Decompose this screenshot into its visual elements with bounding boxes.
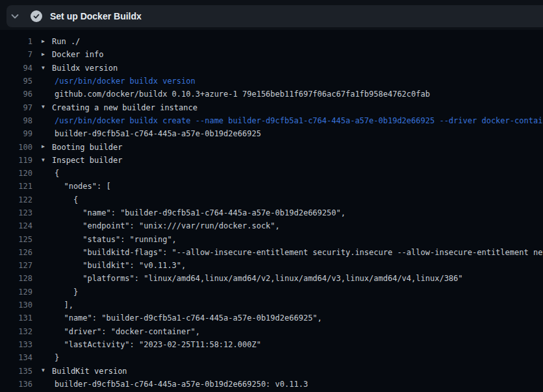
group-title-text: Creating a new builder instance — [52, 103, 197, 112]
log-line: 128 "platforms": "linux/amd64,linux/amd6… — [0, 272, 543, 285]
log-line: 95/usr/bin/docker buildx version — [0, 75, 543, 88]
line-number-link[interactable]: 127 — [0, 261, 32, 270]
triangle-down-icon[interactable]: ▼ — [32, 101, 52, 114]
line-number-link[interactable]: 122 — [0, 195, 32, 204]
line-number-link[interactable]: 124 — [0, 221, 32, 230]
log-text: { — [52, 169, 59, 178]
log-line: 134} — [0, 351, 543, 364]
line-number-link[interactable]: 132 — [0, 327, 32, 336]
log-text: "name": "builder-d9cfb5a1-c764-445a-a57e… — [52, 208, 346, 217]
line-number-link[interactable]: 130 — [0, 300, 32, 310]
line-number-link[interactable]: 133 — [0, 340, 32, 349]
line-number-link[interactable]: 95 — [0, 77, 32, 86]
log-text: "driver": "docker-container", — [52, 327, 200, 336]
log-line: 133 "lastActivity": "2023-02-25T11:58:12… — [0, 338, 543, 351]
line-number-link[interactable]: 131 — [0, 313, 32, 323]
check-circle-icon — [31, 10, 42, 22]
log-line: 136builder-d9cfb5a1-c764-445a-a57e-0b19d… — [0, 378, 543, 391]
log-group-row[interactable]: 1▶Run ./ — [0, 35, 543, 48]
line-number-link[interactable]: 97 — [0, 103, 32, 112]
line-number-link[interactable]: 100 — [0, 143, 32, 152]
log-text: /usr/bin/docker buildx create --name bui… — [52, 116, 543, 125]
triangle-right-icon[interactable]: ▶ — [32, 48, 52, 61]
line-number-link[interactable]: 120 — [0, 169, 32, 178]
line-number-link[interactable]: 136 — [0, 380, 32, 389]
log-group-row[interactable]: 135▼BuildKit version — [0, 364, 543, 377]
log-text: "status": "running", — [52, 235, 177, 244]
group-title-text: Run ./ — [52, 37, 80, 46]
log-line: 121 "nodes": [ — [0, 180, 543, 193]
triangle-down-icon[interactable]: ▼ — [32, 364, 52, 377]
log-line: 126 "buildkitd-flags": "--allow-insecure… — [0, 246, 543, 259]
group-title-text: Buildx version — [52, 64, 118, 73]
log-text: /usr/bin/docker buildx version — [52, 77, 196, 86]
log-line: 127 "buildkit": "v0.11.3", — [0, 259, 543, 272]
log-line: 123 "name": "builder-d9cfb5a1-c764-445a-… — [0, 206, 543, 219]
line-number-link[interactable]: 123 — [0, 208, 32, 217]
group-title-text: Docker info — [52, 50, 103, 59]
log-line: 120{ — [0, 167, 543, 180]
log-line: 124 "endpoint": "unix:///var/run/docker.… — [0, 219, 543, 232]
log-line: 98/usr/bin/docker buildx create --name b… — [0, 114, 543, 127]
log-text: } — [52, 288, 78, 297]
log-line: 125 "status": "running", — [0, 232, 543, 245]
log-text: "buildkitd-flags": "--allow-insecure-ent… — [52, 248, 543, 257]
log-text: { — [52, 195, 78, 204]
log-line: 129 } — [0, 286, 543, 299]
log-text: "endpoint": "unix:///var/run/docker.sock… — [52, 221, 280, 230]
log-text: "lastActivity": "2023-02-25T11:58:12.000… — [52, 340, 261, 349]
line-number-link[interactable]: 126 — [0, 248, 32, 257]
log-text: github.com/docker/buildx 0.10.3+azure-1 … — [52, 90, 430, 99]
line-number-link[interactable]: 98 — [0, 116, 32, 125]
line-number-link[interactable]: 1 — [0, 37, 32, 46]
line-number-link[interactable]: 134 — [0, 353, 32, 362]
line-number-link[interactable]: 135 — [0, 367, 32, 376]
triangle-right-icon[interactable]: ▶ — [32, 35, 52, 48]
log-group-row[interactable]: 94▼Buildx version — [0, 62, 543, 75]
log-line: 122 { — [0, 193, 543, 206]
group-title-text: Inspect builder — [52, 156, 122, 165]
line-number-link[interactable]: 94 — [0, 64, 32, 73]
log-text: builder-d9cfb5a1-c764-445a-a57e-0b19d2e6… — [52, 380, 308, 389]
triangle-right-icon[interactable]: ▶ — [32, 140, 52, 153]
triangle-down-icon[interactable]: ▼ — [32, 62, 52, 75]
log-text: "platforms": "linux/amd64,linux/amd64/v2… — [52, 274, 463, 283]
log-line: 131 "name": "builder-d9cfb5a1-c764-445a-… — [0, 312, 543, 325]
chevron-down-icon[interactable] — [10, 11, 20, 21]
triangle-down-icon[interactable]: ▼ — [32, 154, 52, 167]
line-number-link[interactable]: 129 — [0, 288, 32, 297]
line-number-link[interactable]: 128 — [0, 274, 32, 283]
group-title-text: Booting builder — [52, 143, 122, 152]
log-viewer[interactable]: 1▶Run ./7▶Docker info94▼Buildx version95… — [0, 30, 543, 392]
line-number-link[interactable]: 99 — [0, 129, 32, 138]
line-number-link[interactable]: 96 — [0, 90, 32, 99]
step-title: Set up Docker Buildx — [50, 11, 142, 21]
log-text: builder-d9cfb5a1-c764-445a-a57e-0b19d2e6… — [52, 129, 261, 138]
group-title-text: BuildKit version — [52, 367, 127, 376]
log-text: "nodes": [ — [52, 182, 111, 191]
log-group-row[interactable]: 7▶Docker info — [0, 48, 543, 61]
log-text: ], — [52, 300, 73, 310]
log-line: 130 ], — [0, 299, 543, 312]
line-number-link[interactable]: 119 — [0, 156, 32, 165]
line-number-link[interactable]: 7 — [0, 50, 32, 59]
log-group-row[interactable]: 100▶Booting builder — [0, 140, 543, 153]
log-group-row[interactable]: 119▼Inspect builder — [0, 154, 543, 167]
log-line: 99builder-d9cfb5a1-c764-445a-a57e-0b19d2… — [0, 127, 543, 140]
line-number-link[interactable]: 125 — [0, 235, 32, 244]
log-line: 96github.com/docker/buildx 0.10.3+azure-… — [0, 88, 543, 101]
log-group-row[interactable]: 97▼Creating a new builder instance — [0, 101, 543, 114]
step-header-row[interactable]: Set up Docker Buildx — [6, 5, 543, 27]
log-text: "name": "builder-d9cfb5a1-c764-445a-a57e… — [52, 313, 322, 323]
log-text: } — [52, 353, 59, 362]
log-text: "buildkit": "v0.11.3", — [52, 261, 186, 270]
log-line: 132 "driver": "docker-container", — [0, 325, 543, 338]
line-number-link[interactable]: 121 — [0, 182, 32, 191]
